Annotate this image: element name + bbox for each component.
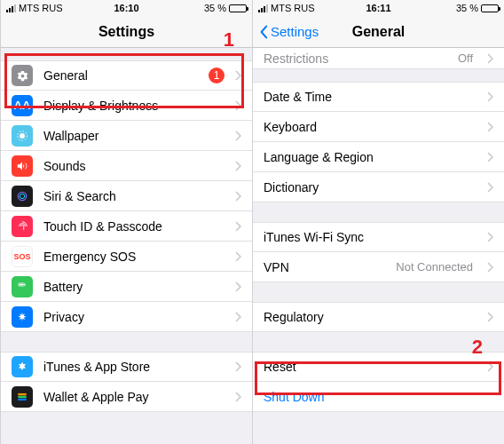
row-label: Touch ID & Passcode: [43, 219, 224, 234]
row-label: Battery: [43, 280, 224, 294]
nav-bar: Settings: [1, 16, 252, 48]
row-privacy[interactable]: Privacy: [1, 302, 252, 332]
chevron-right-icon: [235, 100, 241, 111]
page-title: Settings: [98, 24, 154, 40]
sos-icon: SOS: [12, 246, 33, 267]
row-label: iTunes & App Store: [43, 360, 224, 374]
row-regulatory[interactable]: Regulatory: [253, 302, 504, 332]
carrier-label: MTS RUS: [271, 3, 315, 13]
chevron-right-icon: [235, 251, 241, 262]
svg-rect-5: [25, 283, 26, 285]
row-restrictions[interactable]: Restrictions Off: [253, 48, 504, 69]
row-display[interactable]: AA Display & Brightness: [1, 91, 252, 121]
row-wallpaper[interactable]: Wallpaper: [1, 121, 252, 151]
row-label: Dictionary: [264, 180, 476, 194]
chevron-right-icon: [235, 361, 241, 372]
row-label: Emergency SOS: [43, 250, 224, 264]
status-bar: MTS RUS 16:10 35 %: [1, 0, 252, 16]
status-bar: MTS RUS 16:11 35 %: [253, 0, 504, 16]
chevron-right-icon: [235, 70, 241, 81]
svg-point-2: [18, 192, 26, 200]
carrier-label: MTS RUS: [19, 3, 63, 13]
settings-list: General 1 AA Display & Brightness Wallpa…: [1, 60, 252, 332]
chevron-right-icon: [235, 131, 241, 141]
chevron-right-icon: [235, 191, 241, 202]
row-label: VPN: [264, 260, 385, 274]
row-label: Wallpaper: [43, 129, 224, 143]
svg-rect-9: [18, 398, 26, 400]
row-label: Privacy: [43, 310, 224, 324]
row-date-time[interactable]: Date & Time: [253, 82, 504, 112]
row-label: Reset: [264, 360, 476, 374]
row-siri[interactable]: Siri & Search: [1, 181, 252, 211]
row-reset[interactable]: Reset: [253, 352, 504, 382]
chevron-right-icon: [487, 232, 493, 242]
row-label: Wallet & Apple Pay: [43, 390, 224, 404]
row-general[interactable]: General 1: [1, 60, 252, 91]
siri-icon: [12, 186, 33, 207]
chevron-right-icon: [487, 262, 493, 273]
row-label: Restrictions: [264, 52, 447, 66]
chevron-right-icon: [487, 122, 493, 132]
sounds-icon: [12, 155, 33, 177]
display-icon: AA: [12, 95, 33, 116]
chevron-right-icon: [487, 91, 493, 102]
row-wallet[interactable]: Wallet & Apple Pay: [1, 382, 252, 412]
page-title: General: [352, 24, 406, 40]
svg-point-3: [20, 194, 24, 198]
chevron-right-icon: [487, 152, 493, 163]
battery-icon: [229, 4, 247, 12]
row-label: Regulatory: [264, 310, 476, 324]
chevron-right-icon: [487, 53, 493, 64]
row-label: iTunes Wi-Fi Sync: [264, 230, 476, 244]
chevron-right-icon: [235, 312, 241, 322]
chevron-right-icon: [235, 281, 241, 292]
wallpaper-icon: [12, 125, 33, 147]
nav-bar: Settings General: [253, 16, 504, 48]
row-value: Not Connected: [396, 260, 473, 274]
row-label: Keyboard: [264, 120, 476, 134]
row-label: Shut Down: [264, 390, 493, 404]
row-sounds[interactable]: Sounds: [1, 151, 252, 181]
chevron-right-icon: [487, 182, 493, 193]
hand-icon: [12, 306, 33, 328]
battery-percent: 35 %: [204, 3, 226, 13]
back-label: Settings: [271, 24, 319, 39]
row-label: General: [43, 68, 198, 83]
row-value: Off: [458, 52, 473, 65]
chevron-right-icon: [487, 312, 493, 322]
row-label: Display & Brightness: [43, 99, 224, 113]
row-label: Language & Region: [264, 150, 476, 164]
chevron-right-icon: [235, 392, 241, 402]
svg-point-0: [20, 133, 25, 139]
row-label: Sounds: [43, 159, 224, 173]
row-appstore[interactable]: iTunes & App Store: [1, 352, 252, 382]
general-screen: MTS RUS 16:11 35 % Settings General Rest…: [252, 0, 504, 444]
row-keyboard[interactable]: Keyboard: [253, 112, 504, 142]
row-touchid[interactable]: Touch ID & Passcode: [1, 211, 252, 242]
svg-rect-6: [20, 283, 24, 285]
row-dictionary[interactable]: Dictionary: [253, 172, 504, 202]
row-vpn[interactable]: VPN Not Connected: [253, 252, 504, 282]
gear-icon: [12, 65, 33, 86]
row-itunes-sync[interactable]: iTunes Wi-Fi Sync: [253, 222, 504, 252]
chevron-right-icon: [235, 161, 241, 171]
battery-icon: [481, 4, 499, 12]
battery-percent: 35 %: [456, 3, 478, 13]
row-sos[interactable]: SOS Emergency SOS: [1, 242, 252, 272]
battery-row-icon: [12, 276, 33, 297]
row-label: Siri & Search: [43, 189, 224, 203]
svg-rect-8: [18, 395, 26, 397]
signal-icon: [6, 4, 16, 12]
signal-icon: [258, 4, 268, 12]
back-button[interactable]: Settings: [258, 24, 319, 39]
appstore-icon: [12, 356, 33, 377]
row-language[interactable]: Language & Region: [253, 142, 504, 172]
row-battery[interactable]: Battery: [1, 272, 252, 302]
fingerprint-icon: [12, 216, 33, 237]
row-shutdown[interactable]: Shut Down: [253, 382, 504, 412]
row-label: Date & Time: [264, 90, 476, 104]
notification-badge: 1: [209, 67, 224, 83]
wallet-icon: [12, 386, 33, 408]
chevron-right-icon: [235, 221, 241, 232]
